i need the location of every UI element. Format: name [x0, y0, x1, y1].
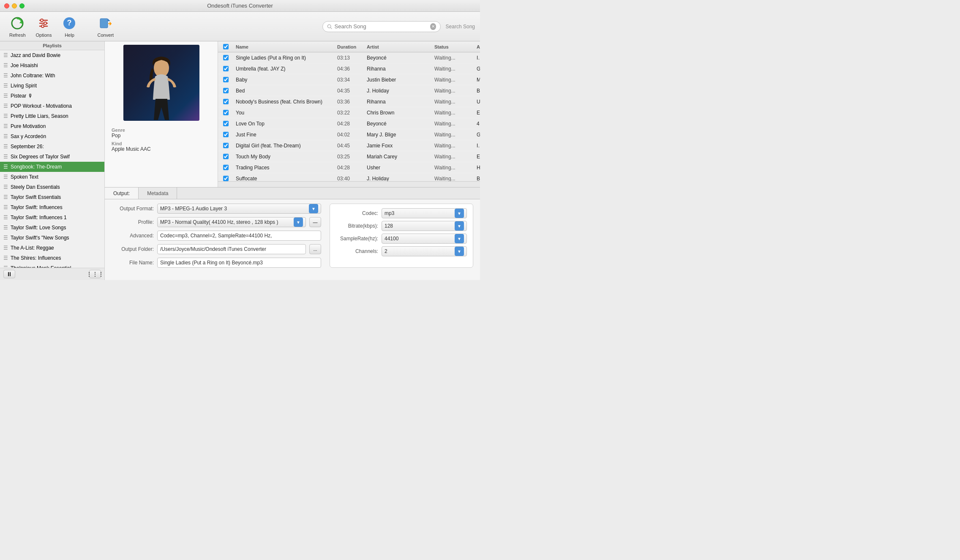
bitrate-select[interactable]: 128 ▼ — [382, 221, 467, 231]
sidebar-item-11[interactable]: ☰ Songbook: The-Dream — [0, 162, 104, 172]
table-scrollbar[interactable] — [218, 181, 480, 187]
sidebar-item-0[interactable]: ☰ Jazz and David Bowie — [0, 50, 104, 60]
album-art — [123, 45, 199, 121]
row-checkbox-11[interactable] — [218, 176, 233, 181]
row-duration-0: 03:13 — [335, 55, 364, 61]
output-folder-value[interactable]: /Users/Joyce/Music/Ondesoft iTunes Conve… — [157, 244, 306, 254]
row-album-11: Back of My Lac' — [474, 176, 480, 182]
row-checkbox-0[interactable] — [218, 55, 233, 60]
playlist-icon: ☰ — [3, 52, 8, 58]
sidebar-item-21[interactable]: ☰ Thelonious Monk Essential — [0, 263, 104, 268]
table-row[interactable]: Bed 04:35 J. Holiday Waiting... Back of … — [218, 85, 480, 96]
row-checkbox-2[interactable] — [218, 77, 233, 82]
sidebar-item-16[interactable]: ☰ Taylor Swift: Influences 1 — [0, 212, 104, 223]
search-clear-button[interactable]: ✕ — [430, 23, 436, 30]
row-check-4[interactable] — [223, 99, 229, 104]
sidebar-item-10[interactable]: ☰ Six Degrees of Taylor Swif — [0, 152, 104, 162]
file-name-value[interactable]: Single Ladies (Put a Ring on It) Beyoncé… — [157, 258, 321, 268]
row-checkbox-9[interactable] — [218, 154, 233, 159]
select-all-checkbox-container[interactable] — [218, 44, 233, 49]
convert-button[interactable]: Convert — [93, 13, 118, 40]
row-check-9[interactable] — [223, 154, 229, 159]
tab-metadata[interactable]: Metadata — [139, 188, 177, 199]
samplerate-select[interactable]: 44100 ▼ — [382, 234, 467, 244]
sidebar-item-6[interactable]: ☰ Pretty Little Liars, Season — [0, 111, 104, 121]
row-album-3: Back of My Lac' — [474, 88, 480, 94]
row-check-3[interactable] — [223, 88, 229, 93]
row-status-7: Waiting... — [432, 132, 474, 138]
row-checkbox-3[interactable] — [218, 88, 233, 93]
row-checkbox-5[interactable] — [218, 110, 233, 115]
table-row[interactable]: Nobody's Business (feat. Chris Brown) 03… — [218, 96, 480, 107]
row-check-7[interactable] — [223, 132, 229, 137]
row-checkbox-7[interactable] — [218, 132, 233, 137]
sidebar-item-12[interactable]: ☰ Spoken Text — [0, 172, 104, 182]
sidebar-scroll-button[interactable]: ⋮⋮⋮ — [89, 270, 101, 278]
sidebar-item-18[interactable]: ☰ Taylor Swift's "New Songs — [0, 233, 104, 243]
row-check-8[interactable] — [223, 143, 229, 148]
sidebar-item-3[interactable]: ☰ Living Spirit — [0, 81, 104, 91]
table-row[interactable]: Umbrella (feat. JAY Z) 04:36 Rihanna Wai… — [218, 63, 480, 74]
select-all-checkbox[interactable] — [223, 44, 229, 49]
close-button[interactable] — [4, 3, 9, 8]
sidebar-item-15[interactable]: ☰ Taylor Swift: Influences — [0, 202, 104, 212]
profile-select[interactable]: MP3 - Normal Quality( 44100 Hz, stereo ,… — [157, 217, 306, 227]
sidebar-item-20[interactable]: ☰ The Shires: Influences — [0, 253, 104, 263]
table-row[interactable]: Love On Top 04:28 Beyoncé Waiting... 4 — [218, 118, 480, 129]
codec-select[interactable]: mp3 ▼ — [382, 208, 467, 218]
row-checkbox-10[interactable] — [218, 165, 233, 170]
sidebar-item-14[interactable]: ☰ Taylor Swift Essentials — [0, 192, 104, 202]
sidebar-item-8[interactable]: ☰ Sax y Acordeón — [0, 131, 104, 141]
table-row[interactable]: Trading Places 04:28 Usher Waiting... He… — [218, 162, 480, 173]
traffic-lights — [4, 3, 25, 8]
options-button[interactable]: Options — [32, 13, 56, 40]
table-row[interactable]: Digital Girl (feat. The-Dream) 04:45 Jam… — [218, 140, 480, 151]
toolbar: Refresh Options ? Help — [0, 12, 480, 41]
row-check-1[interactable] — [223, 66, 229, 71]
sidebar-item-7[interactable]: ☰ Pure Motivation — [0, 121, 104, 131]
tab-output[interactable]: Output: — [105, 188, 139, 199]
help-button[interactable]: ? Help — [57, 13, 81, 40]
row-checkbox-6[interactable] — [218, 121, 233, 126]
table-row[interactable]: Just Fine 04:02 Mary J. Blige Waiting...… — [218, 129, 480, 140]
row-check-10[interactable] — [223, 165, 229, 170]
table-row[interactable]: You 03:22 Chris Brown Waiting... Exclusi… — [218, 107, 480, 118]
browse-button[interactable]: ... — [309, 244, 321, 254]
table-row[interactable]: Suffocate 03:40 J. Holiday Waiting... Ba… — [218, 173, 480, 181]
maximize-button[interactable] — [19, 3, 25, 8]
sidebar-item-4[interactable]: ☰ Pistear 🎙 — [0, 91, 104, 101]
row-check-0[interactable] — [223, 55, 229, 60]
sidebar-item-5[interactable]: ☰ POP Workout - Motivationa — [0, 101, 104, 111]
sidebar-item-9[interactable]: ☰ September 26: — [0, 141, 104, 152]
table-row[interactable]: Baby 03:34 Justin Bieber Waiting... My W… — [218, 74, 480, 85]
row-check-5[interactable] — [223, 110, 229, 115]
minimize-button[interactable] — [12, 3, 17, 8]
advanced-value[interactable]: Codec=mp3, Channel=2, SampleRate=44100 H… — [157, 231, 321, 241]
row-name-6: Love On Top — [233, 121, 335, 127]
sidebar-item-label: POP Workout - Motivationa — [11, 103, 72, 109]
row-check-2[interactable] — [223, 77, 229, 82]
sidebar-item-label: Joe Hisaishi — [11, 63, 38, 68]
profile-minus-button[interactable]: — — [309, 217, 321, 227]
row-status-8: Waiting... — [432, 143, 474, 149]
row-check-6[interactable] — [223, 121, 229, 126]
refresh-button[interactable]: Refresh — [5, 13, 30, 40]
table-row[interactable]: Touch My Body 03:25 Mariah Carey Waiting… — [218, 151, 480, 162]
sidebar-item-13[interactable]: ☰ Steely Dan Essentials — [0, 182, 104, 192]
row-status-9: Waiting... — [432, 154, 474, 160]
search-input[interactable] — [335, 23, 428, 30]
channels-select[interactable]: 2 ▼ — [382, 246, 467, 256]
row-name-0: Single Ladies (Put a Ring on It) — [233, 55, 335, 61]
sidebar-item-2[interactable]: ☰ John Coltrane: With — [0, 71, 104, 81]
sidebar-item-19[interactable]: ☰ The A-List: Reggae — [0, 243, 104, 253]
row-checkbox-8[interactable] — [218, 143, 233, 148]
output-format-select[interactable]: MP3 - MPEG-1 Audio Layer 3 ▼ — [157, 204, 321, 214]
row-check-11[interactable] — [223, 176, 229, 181]
table-row[interactable]: Single Ladies (Put a Ring on It) 03:13 B… — [218, 52, 480, 63]
sidebar-item-label: Taylor Swift: Love Songs — [11, 225, 66, 231]
sidebar-prev-button[interactable]: ⏸ — [3, 270, 15, 278]
row-checkbox-4[interactable] — [218, 99, 233, 104]
row-checkbox-1[interactable] — [218, 66, 233, 71]
sidebar-item-17[interactable]: ☰ Taylor Swift: Love Songs — [0, 223, 104, 233]
sidebar-item-1[interactable]: ☰ Joe Hisaishi — [0, 60, 104, 71]
